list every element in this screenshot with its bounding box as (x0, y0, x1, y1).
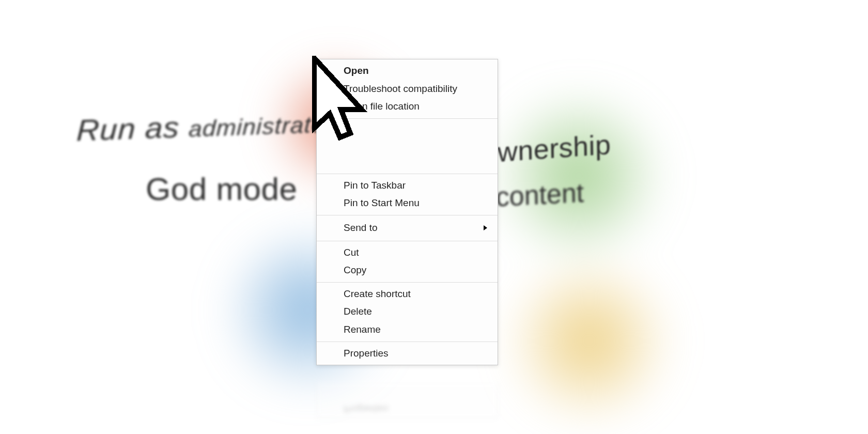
menu-blank-group (317, 119, 498, 174)
menu-item-pin-to-taskbar[interactable]: Pin to Taskbar (317, 177, 498, 195)
menu-item-create-shortcut[interactable]: Create shortcut (317, 285, 498, 303)
menu-item-pin-to-start-menu[interactable]: Pin to Start Menu (317, 194, 498, 212)
bg-text-run-as-administrator: Run as administrator (76, 104, 334, 148)
menu-item-rename[interactable]: Rename (317, 321, 498, 339)
context-menu-reflection: Properties (316, 382, 498, 419)
menu-item-properties[interactable]: Properties (317, 345, 498, 363)
menu-item-cut[interactable]: Cut (317, 244, 498, 262)
menu-item-open[interactable]: Open (317, 62, 498, 80)
menu-item-troubleshoot-compatibility[interactable]: Troubleshoot compatibility (317, 80, 498, 98)
chevron-right-icon (484, 225, 487, 230)
menu-item-open-file-location[interactable]: Open file location (317, 98, 498, 116)
menu-item-delete[interactable]: Delete (317, 303, 498, 321)
menu-item-send-to[interactable]: Send to (317, 218, 498, 238)
context-menu: Open Troubleshoot compatibility Open fil… (316, 59, 498, 365)
bg-text-god-mode: God mode (146, 171, 298, 207)
menu-item-copy[interactable]: Copy (317, 261, 498, 280)
